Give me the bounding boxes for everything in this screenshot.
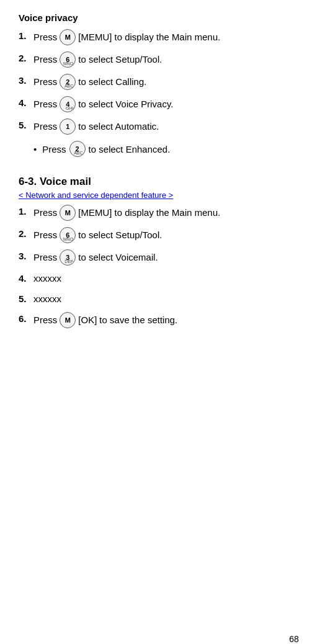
chapter-number: 6-3. <box>19 176 37 187</box>
page-wrapper: Voice privacy 1. Press M [MEMU] to displ… <box>19 12 317 644</box>
step-4-press: Press <box>33 97 57 112</box>
step-2-content: Press 6 MNO to select Setup/Tool. <box>33 51 162 68</box>
key-4-1: 4 GHI <box>60 96 76 112</box>
vm-step-1: 1. Press M [MEMU] to display the Main me… <box>19 205 317 221</box>
step-2-number: 2. <box>19 51 33 66</box>
step-4-rest: to select Voice Privacy. <box>78 97 173 112</box>
vm-step-6-content: Press M [OK] to save the setting. <box>33 312 177 328</box>
step-2-press: Press <box>33 53 57 67</box>
step-5-rest: to select Automatic. <box>78 120 159 134</box>
vm-step-6-press: Press <box>33 313 57 328</box>
vm-step-3-content: Press 3 DEF to select Voicemail. <box>33 249 158 266</box>
chapter-name: Voice mail <box>40 176 91 187</box>
network-note: < Network and service dependent feature … <box>19 190 317 200</box>
vm-step-6-number: 6. <box>19 312 33 326</box>
key-6-2: 6 MNO <box>60 227 76 243</box>
vm-step-3-press: Press <box>33 251 57 265</box>
bullet-rest: to select Enhanced. <box>89 144 170 154</box>
bullet-press: Press <box>42 144 66 154</box>
step-1-press: Press <box>33 30 57 45</box>
voice-privacy-section: Voice privacy 1. Press M [MEMU] to displ… <box>19 12 317 157</box>
vm-step-3: 3. Press 3 DEF to select Voicemail. <box>19 249 317 266</box>
bullet-item-enhanced: • Press 2 ABC to select Enhanced. <box>33 141 317 157</box>
step-5: 5. Press 1 to select Automatic. <box>19 119 317 135</box>
step-1-bracket: [MEMU] <box>78 30 112 45</box>
vm-step-4-number: 4. <box>19 272 33 286</box>
key-6-1: 6 MNO <box>60 51 76 68</box>
step-2: 2. Press 6 MNO to select Setup/Tool. <box>19 51 317 68</box>
key-m-1: M <box>60 29 76 45</box>
step-1-number: 1. <box>19 29 33 43</box>
step-1: 1. Press M [MEMU] to display the Main me… <box>19 29 317 45</box>
vm-step-6: 6. Press M [OK] to save the setting. <box>19 312 317 328</box>
voice-mail-chapter-title: 6-3. Voice mail <box>19 176 317 188</box>
vm-step-1-number: 1. <box>19 205 33 219</box>
vm-step-1-rest: to display the Main menu. <box>115 206 221 220</box>
vm-step-2-press: Press <box>33 228 57 243</box>
voice-mail-section: 6-3. Voice mail < Network and service de… <box>19 176 317 328</box>
key-2-bullet: 2 ABC <box>69 141 86 157</box>
vm-step-5-number: 5. <box>19 292 33 306</box>
step-1-content: Press M [MEMU] to display the Main menu. <box>33 29 220 45</box>
key-m-2: M <box>60 205 76 221</box>
vm-step-2-content: Press 6 MNO to select Setup/Tool. <box>33 227 162 243</box>
voice-privacy-title: Voice privacy <box>19 12 317 23</box>
vm-step-6-bracket: [OK] <box>78 313 97 328</box>
vm-step-5: 5. xxxxxx <box>19 292 317 306</box>
vm-step-1-content: Press M [MEMU] to display the Main menu. <box>33 205 220 221</box>
vm-step-4-text: xxxxxx <box>33 272 61 286</box>
vm-step-2: 2. Press 6 MNO to select Setup/Tool. <box>19 227 317 243</box>
step-5-number: 5. <box>19 119 33 133</box>
step-4-content: Press 4 GHI to select Voice Privacy. <box>33 96 173 112</box>
vm-step-5-content: xxxxxx <box>33 292 61 306</box>
vm-step-5-text: xxxxxx <box>33 292 61 306</box>
step-4-number: 4. <box>19 96 33 110</box>
voice-mail-steps: 1. Press M [MEMU] to display the Main me… <box>19 205 317 328</box>
step-2-rest: to select Setup/Tool. <box>78 53 162 67</box>
step-3: 3. Press 2 ABC to select Calling. <box>19 74 317 90</box>
vm-step-4: 4. xxxxxx <box>19 272 317 286</box>
key-3-1: 3 DEF <box>60 249 76 266</box>
vm-step-3-number: 3. <box>19 249 33 264</box>
vm-step-1-bracket: [MEMU] <box>78 206 112 220</box>
vm-step-3-rest: to select Voicemail. <box>78 251 157 265</box>
page-number: 68 <box>289 634 299 644</box>
step-5-press: Press <box>33 120 57 134</box>
vm-step-2-number: 2. <box>19 227 33 241</box>
vm-step-4-content: xxxxxx <box>33 272 61 286</box>
key-1-1: 1 <box>60 119 76 135</box>
key-m-3: M <box>60 312 76 328</box>
step-5-content: Press 1 to select Automatic. <box>33 119 159 135</box>
bullet-dot: • <box>33 144 37 154</box>
step-3-content: Press 2 ABC to select Calling. <box>33 74 146 90</box>
step-3-press: Press <box>33 75 57 89</box>
step-3-rest: to select Calling. <box>78 75 146 89</box>
step-4: 4. Press 4 GHI to select Voice Privacy. <box>19 96 317 112</box>
step-1-rest: to display the Main menu. <box>115 30 221 45</box>
vm-step-2-rest: to select Setup/Tool. <box>78 228 162 243</box>
key-2-1: 2 ABC <box>60 74 76 90</box>
vm-step-6-rest: to save the setting. <box>99 313 177 328</box>
vm-step-1-press: Press <box>33 206 57 220</box>
voice-privacy-steps: 1. Press M [MEMU] to display the Main me… <box>19 29 317 135</box>
step-3-number: 3. <box>19 74 33 88</box>
